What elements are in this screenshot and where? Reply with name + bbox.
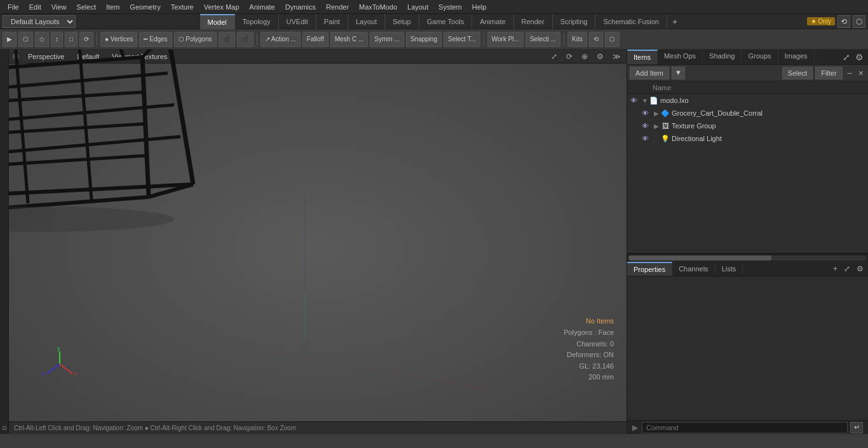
viewport-icon-rotate[interactable]: ⟳ — [564, 52, 574, 61]
tree-name-cart: Grocery_Cart_Double_Corral — [670, 109, 763, 117]
menu-view[interactable]: View — [46, 2, 72, 12]
tool-reset[interactable]: ⟲ — [589, 32, 603, 47]
layout-dropdown[interactable]: Default Layouts — [3, 15, 76, 28]
viewport-icon-settings[interactable]: ⚙ — [595, 52, 606, 61]
tool-vertices[interactable]: ● Vertices — [100, 32, 137, 47]
tool-action[interactable]: ↗ Action ... — [261, 32, 301, 47]
tool-polygons[interactable]: ⬡ Polygons — [174, 32, 217, 47]
menu-texture[interactable]: Texture — [166, 2, 199, 12]
tool-mode2[interactable]: ⬛ — [237, 32, 254, 47]
tab-plus[interactable]: + — [667, 14, 682, 29]
items-tab-items[interactable]: Items — [627, 50, 658, 64]
tool-circle[interactable]: ⬡ — [18, 32, 33, 47]
tool-edges[interactable]: ━ Edges — [139, 32, 172, 47]
menu-edit[interactable]: Edit — [24, 2, 46, 12]
tool-hex[interactable]: ⬡ — [605, 32, 620, 47]
props-plus-icon[interactable]: + — [831, 264, 839, 273]
viewport-icon-zoom[interactable]: ⊕ — [580, 52, 590, 61]
tab-model[interactable]: Model — [200, 14, 235, 29]
tool-mesh[interactable]: Mesh C ... — [330, 32, 369, 47]
right-panel: Items Mesh Ops Shading Groups Images ⤢ ⚙… — [627, 50, 868, 434]
command-input[interactable] — [642, 422, 848, 433]
tool-select-t[interactable]: Select T... — [444, 32, 480, 47]
menu-file[interactable]: File — [3, 2, 24, 12]
tool-symmetry[interactable]: Symm ... — [370, 32, 403, 47]
tree-row-light[interactable]: 👁 💡 Directional Light — [627, 132, 868, 145]
viewport-canvas[interactable]: PLEASE RETURN CARTS HERE THANK YOU — [9, 64, 627, 434]
tab-layout[interactable]: Layout — [348, 14, 385, 29]
menu-select[interactable]: Select — [71, 2, 101, 12]
tool-snapping[interactable]: Snapping — [406, 32, 442, 47]
menu-layout[interactable]: Layout — [402, 2, 433, 12]
tool-selecti[interactable]: Selecti ... — [526, 32, 560, 47]
props-tab-lists[interactable]: Lists — [715, 262, 743, 275]
tool-workpl[interactable]: Work Pl... — [487, 32, 524, 47]
status-text: Ctrl-Alt-Left Click and Drag: Navigation… — [14, 424, 296, 431]
items-settings-icon[interactable]: ⚙ — [853, 52, 865, 62]
layout-icon-btn-2[interactable]: ⬡ — [853, 15, 865, 28]
add-item-arrow[interactable]: ▼ — [672, 67, 685, 79]
tree-expand-texture[interactable]: ▶ — [653, 123, 660, 130]
command-submit[interactable]: ↵ — [850, 422, 863, 433]
filter-button[interactable]: Filter — [815, 67, 842, 79]
layout-icon-btn-1[interactable]: ⟲ — [837, 15, 850, 28]
star-badge[interactable]: ★ Only — [807, 17, 835, 25]
tab-gametools[interactable]: Game Tools — [419, 14, 473, 29]
items-scrollbar[interactable] — [627, 254, 868, 261]
items-expand-icon[interactable]: ⤢ — [841, 52, 852, 62]
tool-kits[interactable]: Kits — [567, 32, 587, 47]
tree-eye-root[interactable]: 👁 — [628, 95, 639, 105]
items-tab-images[interactable]: Images — [778, 50, 815, 64]
tool-square[interactable]: □ — [65, 32, 78, 47]
menu-vertexmap[interactable]: Vertex Map — [199, 2, 245, 12]
tool-falloff[interactable]: Falloff — [302, 32, 329, 47]
menu-help[interactable]: Help — [467, 2, 492, 12]
select-button[interactable]: Select — [782, 67, 813, 79]
tool-rotate[interactable]: ⟳ — [79, 32, 93, 47]
tree-eye-cart[interactable]: 👁 — [640, 108, 650, 118]
tab-setup[interactable]: Setup — [385, 14, 419, 29]
tab-uvedit[interactable]: UVEdit — [279, 14, 316, 29]
tree-eye-light[interactable]: 👁 — [640, 133, 650, 144]
svg-line-28 — [9, 92, 142, 108]
tab-animate[interactable]: Animate — [472, 14, 513, 29]
viewport[interactable]: Perspective Default Viewport Textures ⤢ … — [9, 50, 627, 434]
tab-paint[interactable]: Paint — [316, 14, 348, 29]
menu-maxtomodo[interactable]: MaxToModo — [354, 2, 402, 12]
tree-row-root[interactable]: 👁 ▼ 📄 modo.lxo — [627, 94, 868, 107]
add-item-button[interactable]: Add Item — [630, 67, 669, 79]
props-tab-channels[interactable]: Channels — [672, 262, 715, 275]
props-expand-icon[interactable]: ⤢ — [842, 264, 852, 273]
menu-dynamics[interactable]: Dynamics — [280, 2, 321, 12]
tab-schematic[interactable]: Schematic Fusion — [595, 14, 667, 29]
tool-select-mode[interactable]: ▶ — [3, 32, 17, 47]
tree-row-texture[interactable]: 👁 ▶ 🖼 Texture Group — [627, 119, 868, 132]
vtab-d[interactable]: D: — [0, 51, 9, 433]
tool-move[interactable]: ↕ — [51, 32, 63, 47]
menu-animate[interactable]: Animate — [244, 2, 280, 12]
tab-scripting[interactable]: Scripting — [553, 14, 596, 29]
tab-topology[interactable]: Topology — [235, 14, 279, 29]
viewport-icon-more[interactable]: ≫ — [611, 52, 623, 61]
tool-mode-box[interactable]: ⬛ — [219, 32, 235, 47]
viewport-icon-move[interactable]: ⤢ — [549, 52, 559, 61]
menu-render[interactable]: Render — [321, 2, 354, 12]
props-settings-icon[interactable]: ⚙ — [855, 264, 865, 273]
tab-render[interactable]: Render — [514, 14, 553, 29]
tree-row-cart[interactable]: 👁 ▶ 🔷 Grocery_Cart_Double_Corral — [627, 107, 868, 119]
props-tab-properties[interactable]: Properties — [627, 262, 672, 276]
tree-expand-root[interactable]: ▼ — [641, 97, 649, 104]
items-tab-shading[interactable]: Shading — [703, 50, 742, 64]
tree-eye-texture[interactable]: 👁 — [640, 121, 650, 131]
items-tab-meshops[interactable]: Mesh Ops — [658, 50, 703, 64]
menu-item[interactable]: Item — [101, 2, 125, 12]
tree-expand-cart[interactable]: ▶ — [653, 110, 660, 117]
menu-system[interactable]: System — [433, 2, 467, 12]
props-tab-right: + ⤢ ⚙ — [831, 264, 868, 273]
items-tab-groups[interactable]: Groups — [742, 50, 778, 64]
tool-diamond[interactable]: ◇ — [35, 32, 49, 47]
menu-geometry[interactable]: Geometry — [125, 2, 165, 12]
items-close-icon[interactable]: × — [857, 68, 865, 78]
items-minus-icon[interactable]: − — [845, 68, 854, 78]
items-tree[interactable]: 👁 ▼ 📄 modo.lxo 👁 ▶ 🔷 Grocery_Cart_Double… — [627, 94, 868, 253]
